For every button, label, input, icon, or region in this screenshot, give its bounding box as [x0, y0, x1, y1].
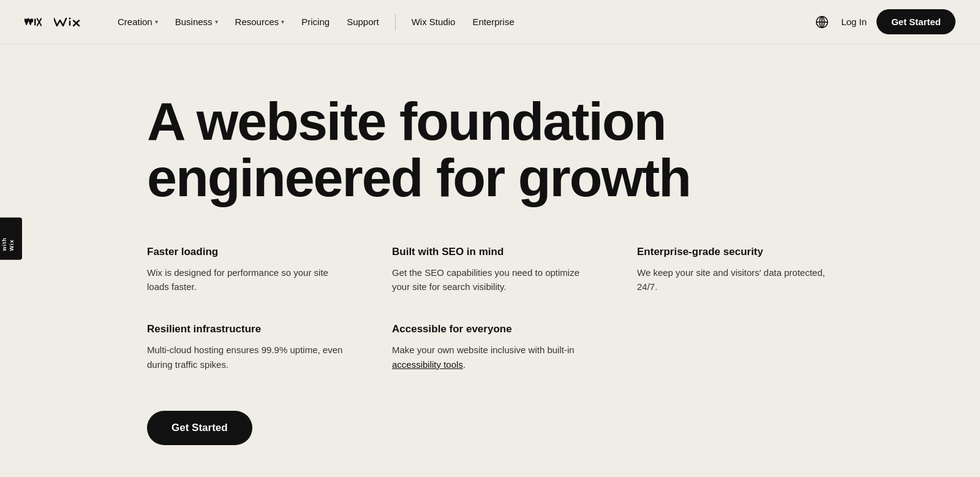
nav-pricing[interactable]: Pricing: [294, 12, 337, 32]
chevron-down-icon: ▾: [155, 18, 158, 25]
nav-enterprise[interactable]: Enterprise: [465, 12, 521, 32]
feature-empty-slot: [637, 323, 833, 372]
accessible-desc-before: Make your own website inclusive with bui…: [392, 345, 575, 355]
cta-get-started-button[interactable]: Get Started: [147, 411, 252, 445]
nav-links: Creation ▾ Business ▾ Resources ▾ Pricin…: [110, 12, 813, 32]
language-selector-button[interactable]: [813, 13, 831, 31]
wix-logo[interactable]: [24, 13, 91, 31]
main-content: A website foundation engineered for grow…: [0, 44, 980, 477]
feature-title-accessible: Accessible for everyone: [392, 323, 588, 335]
svg-rect-6: [69, 20, 71, 26]
svg-rect-2: [34, 18, 36, 25]
feature-seo: Built with SEO in mind Get the SEO capab…: [392, 246, 588, 294]
side-label: CreatedwithWix: [0, 218, 22, 260]
log-in-link[interactable]: Log In: [841, 17, 867, 27]
nav-support[interactable]: Support: [339, 12, 386, 32]
feature-title-seo: Built with SEO in mind: [392, 246, 588, 258]
feature-security: Enterprise-grade security We keep your s…: [637, 246, 833, 294]
chevron-down-icon: ▾: [215, 18, 218, 25]
feature-infrastructure: Resilient infrastructure Multi-cloud hos…: [147, 323, 343, 372]
side-label-text: CreatedwithWix: [0, 226, 16, 251]
accessibility-tools-link[interactable]: accessibility tools: [392, 359, 463, 370]
features-grid: Faster loading Wix is designed for perfo…: [147, 246, 833, 372]
nav-divider: [395, 13, 396, 31]
nav-business[interactable]: Business ▾: [168, 12, 225, 32]
cta-section: Get Started: [147, 411, 833, 445]
main-nav: Creation ▾ Business ▾ Resources ▾ Pricin…: [0, 0, 980, 44]
chevron-down-icon: ▾: [281, 18, 284, 25]
accessible-desc-after: .: [463, 359, 466, 370]
nav-right: Log In Get Started: [813, 9, 956, 34]
nav-resources[interactable]: Resources ▾: [228, 12, 292, 32]
feature-accessible: Accessible for everyone Make your own we…: [392, 323, 588, 372]
feature-title-faster-loading: Faster loading: [147, 246, 343, 258]
feature-title-security: Enterprise-grade security: [637, 246, 833, 258]
nav-get-started-button[interactable]: Get Started: [876, 9, 956, 34]
hero-title: A website foundation engineered for grow…: [147, 93, 698, 207]
nav-wix-studio[interactable]: Wix Studio: [404, 12, 463, 32]
feature-desc-accessible: Make your own website inclusive with bui…: [392, 343, 588, 372]
svg-point-5: [69, 17, 71, 19]
feature-desc-faster-loading: Wix is designed for performance so your …: [147, 265, 343, 294]
feature-faster-loading: Faster loading Wix is designed for perfo…: [147, 246, 343, 294]
feature-desc-security: We keep your site and visitors' data pro…: [637, 265, 833, 294]
feature-desc-infrastructure: Multi-cloud hosting ensures 99.9% uptime…: [147, 343, 343, 372]
nav-creation[interactable]: Creation ▾: [110, 12, 165, 32]
feature-title-infrastructure: Resilient infrastructure: [147, 323, 343, 335]
feature-desc-seo: Get the SEO capabilities you need to opt…: [392, 265, 588, 294]
